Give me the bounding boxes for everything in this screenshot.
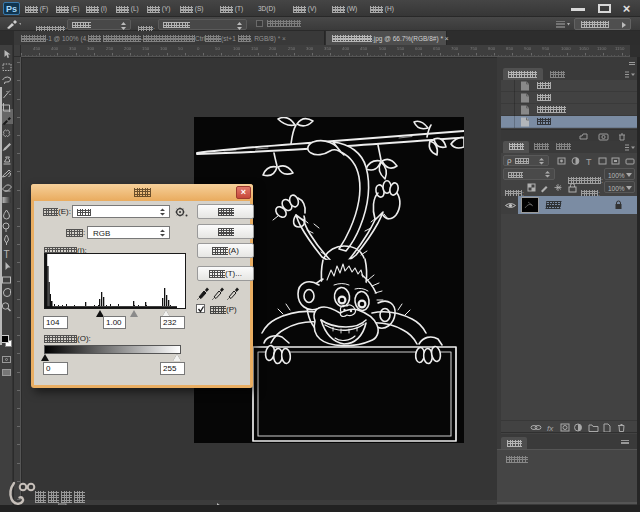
svg-text:T: T: [586, 157, 592, 167]
svg-text:T: T: [4, 249, 10, 260]
svg-text:fx: fx: [547, 424, 554, 432]
